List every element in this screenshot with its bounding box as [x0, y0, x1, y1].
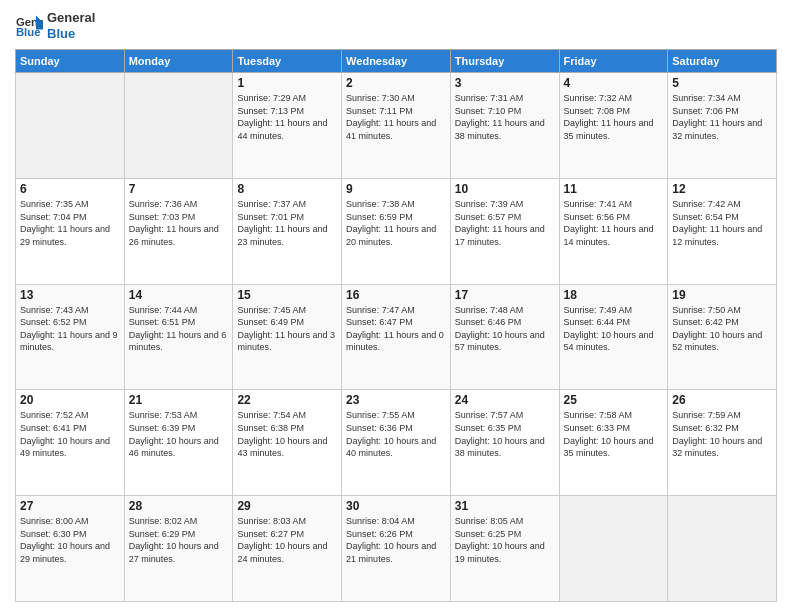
header: General Blue General Blue [15, 10, 777, 41]
day-cell: 27Sunrise: 8:00 AM Sunset: 6:30 PM Dayli… [16, 496, 125, 602]
day-info: Sunrise: 7:41 AM Sunset: 6:56 PM Dayligh… [564, 198, 664, 248]
day-number: 23 [346, 393, 446, 407]
calendar-table: SundayMondayTuesdayWednesdayThursdayFrid… [15, 49, 777, 602]
week-row-5: 27Sunrise: 8:00 AM Sunset: 6:30 PM Dayli… [16, 496, 777, 602]
day-number: 30 [346, 499, 446, 513]
logo: General Blue General Blue [15, 10, 95, 41]
day-cell: 9Sunrise: 7:38 AM Sunset: 6:59 PM Daylig… [342, 178, 451, 284]
day-number: 16 [346, 288, 446, 302]
day-cell: 16Sunrise: 7:47 AM Sunset: 6:47 PM Dayli… [342, 284, 451, 390]
day-number: 22 [237, 393, 337, 407]
day-cell: 2Sunrise: 7:30 AM Sunset: 7:11 PM Daylig… [342, 73, 451, 179]
day-info: Sunrise: 7:36 AM Sunset: 7:03 PM Dayligh… [129, 198, 229, 248]
day-number: 14 [129, 288, 229, 302]
day-info: Sunrise: 7:29 AM Sunset: 7:13 PM Dayligh… [237, 92, 337, 142]
day-info: Sunrise: 7:59 AM Sunset: 6:32 PM Dayligh… [672, 409, 772, 459]
day-number: 8 [237, 182, 337, 196]
day-number: 29 [237, 499, 337, 513]
day-number: 27 [20, 499, 120, 513]
day-number: 2 [346, 76, 446, 90]
day-cell: 23Sunrise: 7:55 AM Sunset: 6:36 PM Dayli… [342, 390, 451, 496]
day-info: Sunrise: 7:58 AM Sunset: 6:33 PM Dayligh… [564, 409, 664, 459]
day-cell: 17Sunrise: 7:48 AM Sunset: 6:46 PM Dayli… [450, 284, 559, 390]
day-info: Sunrise: 7:31 AM Sunset: 7:10 PM Dayligh… [455, 92, 555, 142]
day-info: Sunrise: 7:37 AM Sunset: 7:01 PM Dayligh… [237, 198, 337, 248]
day-cell: 29Sunrise: 8:03 AM Sunset: 6:27 PM Dayli… [233, 496, 342, 602]
logo-general: General [47, 10, 95, 26]
day-number: 9 [346, 182, 446, 196]
day-number: 31 [455, 499, 555, 513]
day-info: Sunrise: 7:43 AM Sunset: 6:52 PM Dayligh… [20, 304, 120, 354]
day-number: 12 [672, 182, 772, 196]
day-cell: 20Sunrise: 7:52 AM Sunset: 6:41 PM Dayli… [16, 390, 125, 496]
day-info: Sunrise: 8:03 AM Sunset: 6:27 PM Dayligh… [237, 515, 337, 565]
day-info: Sunrise: 7:38 AM Sunset: 6:59 PM Dayligh… [346, 198, 446, 248]
day-cell: 3Sunrise: 7:31 AM Sunset: 7:10 PM Daylig… [450, 73, 559, 179]
svg-marker-4 [36, 20, 43, 29]
day-info: Sunrise: 7:53 AM Sunset: 6:39 PM Dayligh… [129, 409, 229, 459]
day-info: Sunrise: 7:49 AM Sunset: 6:44 PM Dayligh… [564, 304, 664, 354]
day-info: Sunrise: 7:30 AM Sunset: 7:11 PM Dayligh… [346, 92, 446, 142]
day-number: 13 [20, 288, 120, 302]
day-number: 19 [672, 288, 772, 302]
day-cell: 21Sunrise: 7:53 AM Sunset: 6:39 PM Dayli… [124, 390, 233, 496]
week-row-2: 6Sunrise: 7:35 AM Sunset: 7:04 PM Daylig… [16, 178, 777, 284]
day-info: Sunrise: 8:04 AM Sunset: 6:26 PM Dayligh… [346, 515, 446, 565]
day-number: 28 [129, 499, 229, 513]
weekday-header-thursday: Thursday [450, 50, 559, 73]
day-number: 26 [672, 393, 772, 407]
day-cell: 30Sunrise: 8:04 AM Sunset: 6:26 PM Dayli… [342, 496, 451, 602]
day-info: Sunrise: 7:47 AM Sunset: 6:47 PM Dayligh… [346, 304, 446, 354]
day-cell [16, 73, 125, 179]
day-cell [668, 496, 777, 602]
day-cell: 14Sunrise: 7:44 AM Sunset: 6:51 PM Dayli… [124, 284, 233, 390]
day-cell: 4Sunrise: 7:32 AM Sunset: 7:08 PM Daylig… [559, 73, 668, 179]
day-number: 20 [20, 393, 120, 407]
day-number: 4 [564, 76, 664, 90]
day-number: 10 [455, 182, 555, 196]
logo-blue: Blue [47, 26, 95, 42]
day-cell: 11Sunrise: 7:41 AM Sunset: 6:56 PM Dayli… [559, 178, 668, 284]
weekday-header-sunday: Sunday [16, 50, 125, 73]
day-info: Sunrise: 7:50 AM Sunset: 6:42 PM Dayligh… [672, 304, 772, 354]
day-number: 24 [455, 393, 555, 407]
day-number: 3 [455, 76, 555, 90]
day-info: Sunrise: 8:00 AM Sunset: 6:30 PM Dayligh… [20, 515, 120, 565]
day-info: Sunrise: 7:44 AM Sunset: 6:51 PM Dayligh… [129, 304, 229, 354]
day-cell: 7Sunrise: 7:36 AM Sunset: 7:03 PM Daylig… [124, 178, 233, 284]
week-row-4: 20Sunrise: 7:52 AM Sunset: 6:41 PM Dayli… [16, 390, 777, 496]
day-info: Sunrise: 7:42 AM Sunset: 6:54 PM Dayligh… [672, 198, 772, 248]
weekday-header-saturday: Saturday [668, 50, 777, 73]
day-info: Sunrise: 7:34 AM Sunset: 7:06 PM Dayligh… [672, 92, 772, 142]
day-number: 7 [129, 182, 229, 196]
day-number: 15 [237, 288, 337, 302]
day-cell: 19Sunrise: 7:50 AM Sunset: 6:42 PM Dayli… [668, 284, 777, 390]
day-cell: 28Sunrise: 8:02 AM Sunset: 6:29 PM Dayli… [124, 496, 233, 602]
day-number: 6 [20, 182, 120, 196]
day-number: 1 [237, 76, 337, 90]
day-info: Sunrise: 7:52 AM Sunset: 6:41 PM Dayligh… [20, 409, 120, 459]
day-cell: 22Sunrise: 7:54 AM Sunset: 6:38 PM Dayli… [233, 390, 342, 496]
weekday-header-tuesday: Tuesday [233, 50, 342, 73]
day-number: 21 [129, 393, 229, 407]
day-info: Sunrise: 7:55 AM Sunset: 6:36 PM Dayligh… [346, 409, 446, 459]
week-row-3: 13Sunrise: 7:43 AM Sunset: 6:52 PM Dayli… [16, 284, 777, 390]
day-number: 11 [564, 182, 664, 196]
day-cell: 15Sunrise: 7:45 AM Sunset: 6:49 PM Dayli… [233, 284, 342, 390]
day-info: Sunrise: 7:35 AM Sunset: 7:04 PM Dayligh… [20, 198, 120, 248]
day-cell: 5Sunrise: 7:34 AM Sunset: 7:06 PM Daylig… [668, 73, 777, 179]
day-cell: 8Sunrise: 7:37 AM Sunset: 7:01 PM Daylig… [233, 178, 342, 284]
day-cell: 12Sunrise: 7:42 AM Sunset: 6:54 PM Dayli… [668, 178, 777, 284]
weekday-header-monday: Monday [124, 50, 233, 73]
day-info: Sunrise: 7:39 AM Sunset: 6:57 PM Dayligh… [455, 198, 555, 248]
day-info: Sunrise: 8:05 AM Sunset: 6:25 PM Dayligh… [455, 515, 555, 565]
day-cell [124, 73, 233, 179]
day-info: Sunrise: 7:32 AM Sunset: 7:08 PM Dayligh… [564, 92, 664, 142]
day-cell: 6Sunrise: 7:35 AM Sunset: 7:04 PM Daylig… [16, 178, 125, 284]
calendar-header-row: SundayMondayTuesdayWednesdayThursdayFrid… [16, 50, 777, 73]
day-cell: 31Sunrise: 8:05 AM Sunset: 6:25 PM Dayli… [450, 496, 559, 602]
logo-icon: General Blue [15, 12, 43, 40]
day-number: 18 [564, 288, 664, 302]
day-info: Sunrise: 7:48 AM Sunset: 6:46 PM Dayligh… [455, 304, 555, 354]
day-cell [559, 496, 668, 602]
